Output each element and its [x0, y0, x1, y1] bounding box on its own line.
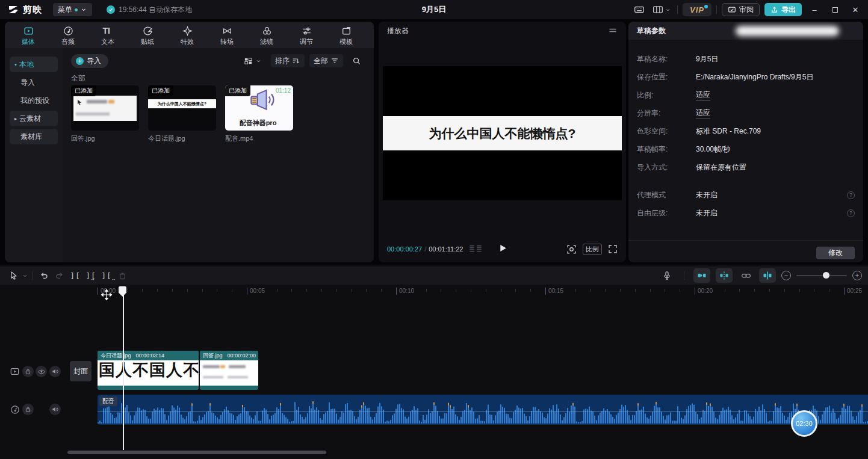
- audio-track-lock-button[interactable]: [22, 404, 34, 415]
- video-track-lock-button[interactable]: [22, 366, 34, 377]
- export-button[interactable]: 导出: [764, 3, 802, 16]
- tab-sticker[interactable]: 贴纸: [128, 25, 167, 46]
- tab-transitions[interactable]: 转场: [207, 25, 247, 46]
- cover-button[interactable]: 封面: [70, 361, 91, 381]
- menu-button[interactable]: 菜单: [53, 3, 92, 16]
- horizontal-scrollbar[interactable]: [67, 451, 326, 454]
- help-icon[interactable]: ?: [847, 209, 855, 217]
- preview-axis-icon: [763, 271, 772, 280]
- added-badge: 已添加: [71, 85, 96, 96]
- modify-button[interactable]: 修改: [816, 247, 855, 259]
- quality-preview-icon[interactable]: [566, 244, 577, 254]
- play-button[interactable]: [497, 243, 507, 256]
- delete-button[interactable]: [114, 268, 130, 283]
- mic-icon: [662, 271, 672, 280]
- sidebar-item-material-library[interactable]: 素材库: [10, 129, 58, 144]
- audio-clip-label: 配音: [99, 396, 117, 406]
- template-icon: [341, 26, 352, 36]
- timeline-audio-clip[interactable]: 配音: [98, 395, 868, 425]
- added-badge: 已添加: [225, 85, 250, 96]
- tab-text[interactable]: TI文本: [88, 25, 128, 46]
- video-track-mute-button[interactable]: [49, 366, 61, 377]
- main-track-magnet-toggle[interactable]: [693, 268, 710, 283]
- filter-icon: [330, 57, 339, 65]
- timeline-clip-jinrihuati[interactable]: 今日话题.jpg 00:00:03:14 国人不国人不国人不国人: [98, 351, 199, 390]
- frame-view-icon[interactable]: [469, 245, 482, 254]
- sliders-icon: [302, 26, 312, 36]
- view-mode-button[interactable]: [240, 54, 266, 67]
- shortcut-keys-button[interactable]: [632, 3, 646, 16]
- sidebar-item-import[interactable]: 导入: [10, 75, 58, 90]
- search-button[interactable]: [348, 54, 365, 67]
- media-item-huida[interactable]: 已添加 回答.jpg: [71, 85, 139, 143]
- menu-notification-dot: [75, 8, 78, 11]
- tab-filters[interactable]: 滤镜: [247, 25, 287, 46]
- fullscreen-icon[interactable]: [608, 244, 618, 254]
- tab-label: 模板: [339, 37, 353, 46]
- undo-button[interactable]: [36, 268, 52, 283]
- divider: [684, 271, 684, 280]
- import-button[interactable]: + 导入: [71, 54, 108, 68]
- media-sidebar: ▾本地 导入 我的预设 ▸云素材 素材库: [5, 48, 63, 262]
- audio-icon: [63, 26, 73, 36]
- tab-audio[interactable]: 音频: [48, 25, 88, 46]
- media-item-peiyin[interactable]: 配音神器pro 已添加 01:12 配音.mp4: [225, 85, 293, 143]
- player-menu-icon[interactable]: [608, 26, 618, 35]
- vip-button[interactable]: VIP: [683, 3, 711, 16]
- tab-adjust[interactable]: 调节: [287, 25, 326, 46]
- recording-timer-bubble[interactable]: 02:30: [791, 410, 817, 437]
- sidebar-item-presets[interactable]: 我的预设: [10, 93, 58, 108]
- resolution-value[interactable]: 适应: [696, 108, 710, 119]
- zoom-out-button[interactable]: −: [781, 271, 791, 280]
- layout-switch-button[interactable]: [651, 3, 672, 16]
- review-button[interactable]: 审阅: [722, 3, 760, 16]
- video-track-visibility-button[interactable]: [36, 366, 47, 377]
- zoom-slider-handle[interactable]: [823, 272, 829, 279]
- field-label: 比例:: [637, 90, 696, 100]
- preview-caption-text: 为什么中国人不能懒惰点?: [429, 125, 576, 142]
- audio-track-mute-button[interactable]: [49, 404, 61, 415]
- record-voiceover-button[interactable]: [659, 268, 675, 283]
- tab-templates[interactable]: 模板: [326, 25, 366, 46]
- select-tool-button[interactable]: [6, 268, 22, 283]
- field-label: 草稿名称:: [637, 54, 696, 64]
- aspect-ratio-button[interactable]: 比例: [583, 244, 602, 255]
- linkage-toggle[interactable]: [738, 268, 754, 283]
- media-content-area: + 导入 排序 全部: [63, 48, 374, 262]
- tab-effects[interactable]: 特效: [167, 25, 207, 46]
- field-label: 代理模式: [637, 190, 696, 200]
- window-minimize-button[interactable]: –: [807, 3, 822, 16]
- split-delete-left-button[interactable]: ]̤[: [83, 268, 99, 283]
- player-title: 播放器: [387, 26, 409, 36]
- document-title: 9月5日: [422, 4, 446, 15]
- sidebar-item-local[interactable]: ▾本地: [10, 57, 58, 72]
- sidebar-item-cloud-material[interactable]: ▸云素材: [10, 111, 58, 126]
- sort-button[interactable]: 排序: [271, 54, 305, 67]
- help-icon[interactable]: ?: [847, 191, 855, 199]
- video-track-type-icon: [9, 366, 20, 377]
- timeline-zoom-slider[interactable]: [796, 275, 847, 276]
- thumbnail-content: 为什么中国人不能懒惰点?: [148, 99, 216, 108]
- window-maximize-button[interactable]: [827, 3, 843, 16]
- tab-media[interactable]: 媒体: [8, 25, 48, 46]
- vip-notification-dot: [704, 5, 708, 8]
- media-library-panel: 媒体 音频 TI文本 贴纸 特效 转场 滤镜 调节 模板 ▾本地 导入 我的预设…: [5, 22, 374, 262]
- window-close-button[interactable]: ✕: [848, 3, 863, 16]
- zoom-in-button[interactable]: +: [852, 271, 862, 280]
- filter-button[interactable]: 全部: [309, 54, 343, 67]
- chevron-down-icon[interactable]: [22, 273, 28, 279]
- video-preview[interactable]: 为什么中国人不能懒惰点?: [383, 66, 622, 200]
- preview-axis-toggle[interactable]: [759, 268, 776, 283]
- blurred-text: [229, 365, 246, 368]
- timeline-clip-huida[interactable]: 回答.jpg 00:00:02:00: [200, 351, 258, 390]
- keyboard-icon: [634, 4, 645, 15]
- timeline-ruler[interactable]: 00:00 00:05 00:10 00:15 00:20 00:25: [0, 286, 868, 300]
- split-button[interactable]: ][: [67, 268, 83, 283]
- split-delete-right-button[interactable]: ][̤: [99, 268, 114, 283]
- auto-snap-toggle[interactable]: [716, 268, 733, 283]
- media-filename: 配音.mp4: [225, 134, 293, 143]
- field-label: 保存位置:: [637, 72, 696, 82]
- aspect-ratio-value[interactable]: 适应: [696, 90, 710, 101]
- redo-button[interactable]: [52, 268, 67, 283]
- media-item-jinrihuati[interactable]: 已添加 为什么中国人不能懒惰点? 今日话题.jpg: [148, 85, 216, 143]
